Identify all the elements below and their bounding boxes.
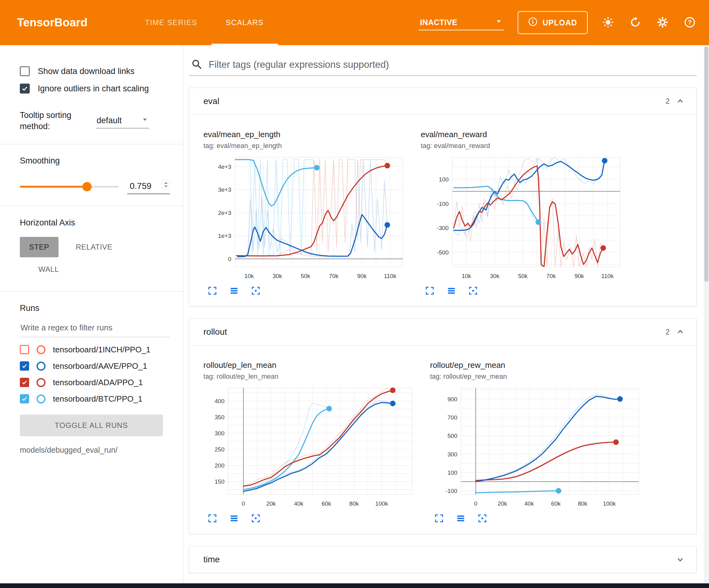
help-icon: ? xyxy=(684,17,695,29)
svg-text:500: 500 xyxy=(447,433,457,439)
svg-text:100: 100 xyxy=(447,469,457,476)
svg-text:100k: 100k xyxy=(375,501,388,507)
view-data-button[interactable] xyxy=(455,512,467,525)
line-chart: 10k30k50k70k90k110k-500-300-100100 xyxy=(421,154,625,283)
divider xyxy=(0,144,183,144)
svg-text:50k: 50k xyxy=(518,273,528,279)
section-eval-header[interactable]: eval 2 xyxy=(189,88,696,115)
view-data-button[interactable] xyxy=(228,512,240,525)
axis-step-button[interactable]: STEP xyxy=(20,237,58,257)
svg-text:350: 350 xyxy=(215,414,225,420)
theme-toggle-button[interactable] xyxy=(601,16,615,29)
vertical-scrollbar[interactable] xyxy=(704,45,709,583)
fullscreen-button[interactable] xyxy=(433,512,445,525)
tooltip-sorting-label: Tooltip sorting method: xyxy=(20,110,85,132)
run-color-circle[interactable] xyxy=(36,362,46,370)
fullscreen-icon xyxy=(435,514,444,523)
chevron-down-icon[interactable] xyxy=(676,555,685,564)
view-data-button[interactable] xyxy=(446,285,457,298)
scrollbar-thumb[interactable] xyxy=(704,47,708,282)
section-rollout-header[interactable]: rollout 2 xyxy=(189,318,696,346)
help-button[interactable]: ? xyxy=(683,16,697,29)
fullscreen-button[interactable] xyxy=(207,512,218,525)
run-checkbox[interactable] xyxy=(20,361,29,370)
fit-domain-button[interactable] xyxy=(467,285,479,298)
horizontal-axis-label: Horizontal Axis xyxy=(20,218,170,228)
fit-domain-button[interactable] xyxy=(250,512,262,525)
slider-thumb[interactable] xyxy=(82,182,91,191)
smoothing-stepper[interactable] xyxy=(162,180,170,189)
checkbox[interactable] xyxy=(20,66,30,76)
fit-domain-button[interactable] xyxy=(476,512,488,525)
svg-text:60k: 60k xyxy=(551,501,561,507)
axis-relative-button[interactable]: RELATIVE xyxy=(67,237,122,257)
run-checkbox[interactable] xyxy=(20,394,29,404)
fit-domain-icon xyxy=(468,286,478,296)
stepper-up-icon xyxy=(164,181,168,184)
svg-text:30k: 30k xyxy=(490,273,499,279)
svg-text:1e+3: 1e+3 xyxy=(218,233,231,239)
ignore-outliers-checkbox[interactable]: Ignore outliers in chart scaling xyxy=(20,80,170,97)
run-checkbox[interactable] xyxy=(20,378,29,387)
tab-scalars[interactable]: SCALARS xyxy=(211,0,278,45)
gear-icon xyxy=(657,17,668,29)
svg-text:20k: 20k xyxy=(266,501,276,507)
run-color-circle[interactable] xyxy=(36,394,46,404)
show-download-links-checkbox[interactable]: Show data download links xyxy=(20,62,170,80)
svg-text:400: 400 xyxy=(215,398,225,404)
chart-rollout-ep-len-mean: rollout/ep_len_mean tag: rollout/ep_len_… xyxy=(203,360,417,525)
status-dropdown[interactable]: INACTIVE xyxy=(419,15,504,30)
run-color-circle[interactable] xyxy=(36,378,46,387)
svg-text:0: 0 xyxy=(242,501,245,507)
line-chart: 020k40k60k80k100k150200250300350400 xyxy=(203,384,417,511)
fit-domain-button[interactable] xyxy=(250,285,262,298)
run-checkbox[interactable] xyxy=(20,345,29,354)
svg-text:30k: 30k xyxy=(272,273,282,279)
svg-text:10k: 10k xyxy=(462,273,471,279)
settings-button[interactable] xyxy=(656,16,669,29)
svg-text:100k: 100k xyxy=(603,501,616,507)
refresh-button[interactable] xyxy=(629,16,642,29)
view-data-button[interactable] xyxy=(228,285,240,298)
section-time-header[interactable]: time xyxy=(189,546,696,573)
chart-canvas[interactable]: 10k30k50k70k90k110k01e+32e+33e+34e+3 xyxy=(203,154,408,284)
checkbox[interactable] xyxy=(20,84,30,94)
checkmark-icon xyxy=(21,396,28,402)
view-data-icon xyxy=(456,514,465,523)
tooltip-sorting-select[interactable]: default xyxy=(96,113,149,128)
svg-text:10k: 10k xyxy=(244,273,254,279)
fullscreen-button[interactable] xyxy=(207,285,218,298)
chart-canvas[interactable]: 020k40k60k80k100k-100100300500700900 xyxy=(430,384,644,512)
run-row-ada[interactable]: tensorboard/ADA/PPO_1 xyxy=(20,374,170,391)
stepper-down-icon xyxy=(164,185,168,188)
line-chart: 10k30k50k70k90k110k01e+32e+33e+34e+3 xyxy=(203,154,408,283)
bottom-edge-strip xyxy=(0,583,709,588)
chart-canvas[interactable]: 020k40k60k80k100k150200250300350400 xyxy=(203,384,417,512)
tag-filter[interactable] xyxy=(189,55,697,76)
svg-text:40k: 40k xyxy=(524,501,534,507)
header-actions: INACTIVE UPLOAD xyxy=(419,0,709,45)
checkbox-label: Show data download links xyxy=(38,67,134,76)
run-color-circle[interactable] xyxy=(36,345,46,354)
chart-canvas[interactable]: 10k30k50k70k90k110k-500-300-100100 xyxy=(421,154,625,284)
main-tabs: TIME SERIES SCALARS xyxy=(131,0,278,45)
tab-time-series[interactable]: TIME SERIES xyxy=(131,0,212,45)
chevron-up-icon[interactable] xyxy=(676,328,685,336)
toggle-all-runs-button[interactable]: TOGGLE ALL RUNS xyxy=(20,415,163,436)
run-row-1inch[interactable]: tensorboard/1INCH/PPO_1 xyxy=(20,341,170,358)
tag-filter-input[interactable] xyxy=(208,59,694,71)
svg-text:20k: 20k xyxy=(498,501,507,507)
chart-tag: tag: eval/mean_reward xyxy=(421,142,625,150)
axis-wall-button[interactable]: WALL xyxy=(29,259,68,280)
run-row-aave[interactable]: tensorboard/AAVE/PPO_1 xyxy=(20,358,170,374)
fullscreen-button[interactable] xyxy=(424,285,436,298)
smoothing-slider[interactable] xyxy=(20,182,119,191)
chart-title: rollout/ep_rew_mean xyxy=(430,360,644,370)
svg-text:70k: 70k xyxy=(329,273,338,279)
chevron-up-icon[interactable] xyxy=(676,97,685,106)
section-eval: eval 2 eval/mean_ep_length tag: eval/mea… xyxy=(189,87,697,307)
run-row-btc[interactable]: tensorboard/BTC/PPO_1 xyxy=(20,391,170,407)
runs-filter-input[interactable] xyxy=(20,318,170,337)
upload-button[interactable]: UPLOAD xyxy=(518,11,588,34)
checkbox-label: Ignore outliers in chart scaling xyxy=(38,84,149,94)
